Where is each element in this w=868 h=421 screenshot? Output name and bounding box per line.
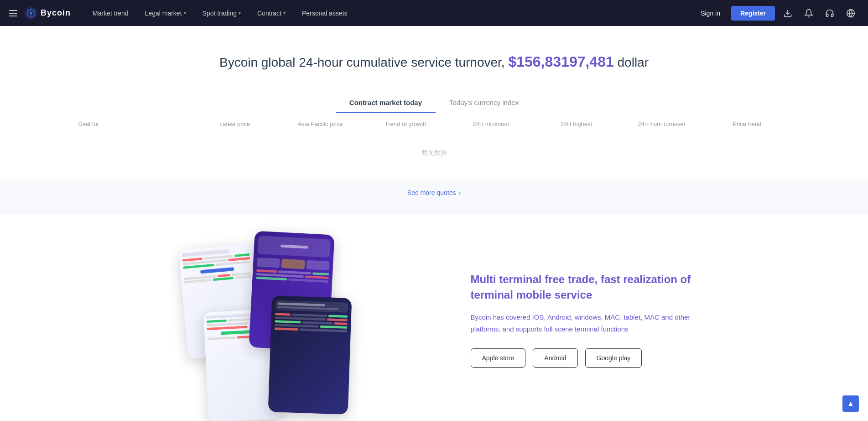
- download-icon[interactable]: [780, 5, 796, 21]
- app-section: Multi terminal free trade, fast realizat…: [0, 215, 868, 421]
- headphone-icon[interactable]: [821, 5, 838, 21]
- logo[interactable]: Bycoin: [24, 6, 71, 20]
- tabs-section: Contract market today Today's currency i…: [0, 84, 868, 113]
- chevron-down-icon: ▾: [283, 11, 286, 16]
- logo-text: Bycoin: [41, 8, 71, 18]
- col-latest-price: Latest price: [192, 121, 277, 127]
- tab-currency-index[interactable]: Today's currency index: [436, 93, 532, 113]
- col-asia-pacific: Asia Pacific price: [277, 121, 363, 127]
- table-header: Deal for Latest price Asia Pacific price…: [69, 113, 799, 135]
- navbar: Bycoin Market trend Legal market ▾ Spot …: [0, 0, 868, 26]
- chevron-down-icon: ▾: [184, 11, 186, 16]
- see-more-quotes[interactable]: See more quotes ›: [0, 180, 868, 205]
- tabs-container: Contract market today Today's currency i…: [252, 93, 617, 113]
- col-24h-max: 24H highest: [534, 121, 619, 127]
- svg-point-4: [30, 12, 32, 15]
- col-trend: Trend of growth: [363, 121, 448, 127]
- app-title: Multi terminal free trade, fast realizat…: [471, 272, 699, 302]
- app-info: Multi terminal free trade, fast realizat…: [471, 272, 699, 368]
- col-24h-turnover: 24H hour turnover: [619, 121, 704, 127]
- svg-rect-1: [9, 13, 17, 14]
- apple-store-button[interactable]: Apple store: [471, 348, 526, 368]
- phones-illustration: [170, 233, 443, 406]
- google-play-button[interactable]: Google play: [585, 348, 642, 368]
- nav-personal-assets[interactable]: Personal assets: [294, 0, 356, 26]
- nav-contract[interactable]: Contract ▾: [249, 0, 294, 26]
- sign-in-button[interactable]: Sign in: [694, 7, 727, 20]
- no-data-message: 暂无数据: [18, 135, 850, 171]
- nav-legal-market[interactable]: Legal market ▾: [137, 0, 194, 26]
- chevron-down-icon: ▾: [239, 11, 241, 16]
- notification-icon[interactable]: [800, 5, 817, 21]
- chevron-right-icon: ›: [458, 189, 461, 196]
- menu-toggle[interactable]: [9, 10, 17, 16]
- col-24h-min: 24H minimum: [448, 121, 534, 127]
- hero-unit: dollar: [618, 55, 649, 69]
- hero-section: Bycoin global 24-hour cumulative service…: [0, 26, 868, 84]
- app-description: Bycoin has covered IOS, Android, windows…: [471, 311, 699, 335]
- android-button[interactable]: Android: [533, 348, 577, 368]
- phone-mockup-br: [268, 295, 352, 415]
- nav-links: Market trend Legal market ▾ Spot trading…: [84, 0, 694, 26]
- scroll-to-top[interactable]: ▲: [842, 395, 859, 412]
- hero-title: Bycoin global 24-hour cumulative service…: [9, 53, 859, 70]
- svg-rect-0: [9, 10, 17, 11]
- hero-amount: $156,83197,481: [508, 53, 613, 70]
- tab-contract-market[interactable]: Contract market today: [336, 93, 436, 113]
- nav-market-trend[interactable]: Market trend: [84, 0, 137, 26]
- main-content: Bycoin global 24-hour cumulative service…: [0, 26, 868, 421]
- register-button[interactable]: Register: [731, 6, 775, 21]
- table-section: Deal for Latest price Asia Pacific price…: [0, 113, 868, 180]
- app-store-buttons: Apple store Android Google play: [471, 348, 699, 368]
- col-price-trend: Price trend: [704, 121, 790, 127]
- globe-icon[interactable]: [842, 5, 859, 21]
- nav-spot-trading[interactable]: Spot trading ▾: [194, 0, 249, 26]
- col-deal-for: Deal for: [78, 121, 192, 127]
- navbar-actions: Sign in Register: [694, 5, 859, 21]
- svg-rect-2: [9, 16, 17, 16]
